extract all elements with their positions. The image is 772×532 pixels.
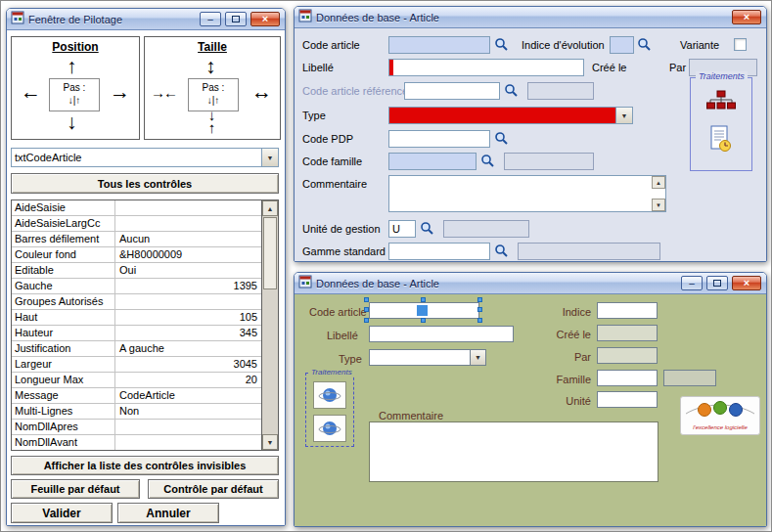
property-value[interactable] xyxy=(115,420,261,434)
selection-handle[interactable] xyxy=(477,297,482,302)
org-chart-icon[interactable] xyxy=(691,90,751,111)
unite-field[interactable] xyxy=(597,391,658,408)
libelle-field[interactable] xyxy=(369,326,514,342)
commentaire-textarea[interactable]: ▲ ▼ xyxy=(388,175,666,212)
minimize-button[interactable]: – xyxy=(200,12,221,26)
indice-lookup-button[interactable] xyxy=(636,36,653,53)
property-value[interactable] xyxy=(115,435,261,450)
scroll-up-button[interactable]: ▲ xyxy=(262,200,278,216)
type-combo[interactable]: ▼ xyxy=(369,349,486,366)
property-row[interactable]: Groupes Autorisés xyxy=(12,294,261,310)
indice-evolution-input[interactable] xyxy=(610,36,634,54)
all-controls-button[interactable]: Tous les contrôles xyxy=(11,173,279,194)
unite-lookup-button[interactable] xyxy=(419,220,435,237)
property-value[interactable] xyxy=(115,216,261,231)
move-right-arrow-icon[interactable]: → xyxy=(110,81,130,102)
commentaire-textarea[interactable] xyxy=(369,421,658,482)
default-sheet-button[interactable]: Feuille par défaut xyxy=(11,479,140,499)
property-row[interactable]: Gauche1395 xyxy=(12,279,261,294)
grow-height-arrow-icon[interactable]: ↕ xyxy=(205,56,216,76)
size-step-control[interactable]: Pas : ↓|↑ xyxy=(188,78,239,111)
property-row[interactable]: Hauteur345 xyxy=(12,326,261,341)
property-row[interactable]: Longueur Max20 xyxy=(12,373,261,388)
property-row[interactable]: AideSaisie xyxy=(12,200,261,216)
property-value[interactable]: 1395 xyxy=(115,279,261,293)
indice-field[interactable] xyxy=(597,302,658,319)
code-pdp-lookup-button[interactable] xyxy=(493,130,510,147)
close-button[interactable]: × xyxy=(732,276,761,290)
code-article-input[interactable] xyxy=(388,36,490,54)
property-row[interactable]: Multi-LignesNon xyxy=(12,404,261,420)
selection-handle[interactable] xyxy=(364,307,369,312)
property-value[interactable]: &H80000009 xyxy=(115,247,261,262)
selection-handle[interactable] xyxy=(364,318,369,323)
position-step-arrows-icon[interactable]: ↓|↑ xyxy=(50,94,99,107)
property-value[interactable]: Non xyxy=(115,404,261,419)
property-value[interactable]: 105 xyxy=(115,310,261,325)
gamme-lookup-button[interactable] xyxy=(493,243,510,259)
article-titlebar[interactable]: Données de base - Article × xyxy=(295,7,766,28)
type-combo[interactable]: ▼ xyxy=(388,107,633,124)
validate-button[interactable]: Valider xyxy=(11,503,113,523)
gamme-standard-input[interactable] xyxy=(388,243,490,260)
combo-dropdown-button[interactable]: ▼ xyxy=(470,350,485,365)
move-left-arrow-icon[interactable]: ← xyxy=(21,81,41,102)
property-value[interactable]: CodeArticle xyxy=(115,388,261,403)
property-value[interactable] xyxy=(115,200,261,215)
grow-width-arrow-icon[interactable]: ↔ xyxy=(251,81,272,102)
famille-field[interactable] xyxy=(597,370,658,386)
process-button[interactable] xyxy=(313,381,346,409)
property-value[interactable]: Aucun xyxy=(115,232,261,246)
property-row[interactable]: NomDllAvant xyxy=(12,435,261,450)
property-value[interactable]: 20 xyxy=(115,373,261,387)
maximize-button[interactable] xyxy=(706,276,728,290)
property-value[interactable]: Oui xyxy=(115,263,261,278)
shrink-width-arrow-icon[interactable]: →← xyxy=(151,85,176,100)
move-down-arrow-icon[interactable]: ↓ xyxy=(67,111,77,132)
move-up-arrow-icon[interactable]: ↑ xyxy=(67,56,77,76)
selection-handle[interactable] xyxy=(477,318,482,323)
show-invisible-controls-button[interactable]: Afficher la liste des contrôles invisibl… xyxy=(11,456,279,475)
maximize-button[interactable] xyxy=(225,12,247,26)
property-value[interactable]: 345 xyxy=(115,326,261,340)
property-value[interactable]: 3045 xyxy=(115,357,261,372)
cancel-button[interactable]: Annuler xyxy=(117,503,219,523)
scroll-down-button[interactable]: ▼ xyxy=(652,199,665,211)
property-row[interactable]: AideSaisieLargCc xyxy=(12,216,261,232)
code-article-reference-input[interactable] xyxy=(404,82,500,100)
scrollbar-thumb[interactable] xyxy=(263,217,277,289)
code-pdp-input[interactable] xyxy=(388,130,490,148)
close-button[interactable]: × xyxy=(732,10,761,24)
code-famille-input[interactable] xyxy=(388,153,477,170)
close-button[interactable]: × xyxy=(250,12,280,26)
design-titlebar[interactable]: Données de base - Article – × xyxy=(295,273,766,294)
famille-lookup-button[interactable] xyxy=(479,153,496,169)
scroll-down-button[interactable]: ▼ xyxy=(262,434,278,450)
control-selector-combo[interactable]: txtCodeArticle ▼ xyxy=(11,148,279,167)
unite-gestion-input[interactable]: U xyxy=(388,220,416,238)
libelle-input[interactable] xyxy=(388,59,584,76)
code-article-field-selected[interactable] xyxy=(369,302,479,319)
property-row[interactable]: Haut105 xyxy=(12,310,261,326)
combo-dropdown-button[interactable]: ▼ xyxy=(261,149,278,166)
position-step-control[interactable]: Pas : ↓|↑ xyxy=(49,78,100,111)
combo-dropdown-button[interactable]: ▼ xyxy=(615,108,632,123)
pilot-titlebar[interactable]: Fenêtre de Pilotage – × xyxy=(7,9,285,30)
property-row[interactable]: MessageCodeArticle xyxy=(12,388,261,404)
code-article-lookup-button[interactable] xyxy=(493,36,510,53)
selection-handle[interactable] xyxy=(477,307,482,312)
property-row[interactable]: JustificationA gauche xyxy=(12,341,261,357)
process-button[interactable] xyxy=(313,415,346,442)
property-row[interactable]: Barres défilementAucun xyxy=(12,232,261,247)
shrink-height-arrow-icon[interactable]: →← xyxy=(207,110,222,135)
selection-handle[interactable] xyxy=(421,297,426,302)
property-row[interactable]: NomDllApres xyxy=(12,420,261,435)
document-clock-icon[interactable] xyxy=(691,125,751,153)
selection-handle[interactable] xyxy=(421,318,426,323)
default-control-button[interactable]: Contrôle par défaut xyxy=(148,479,279,499)
property-value[interactable]: A gauche xyxy=(115,341,261,356)
selection-handle[interactable] xyxy=(364,297,369,302)
property-row[interactable]: Largeur3045 xyxy=(12,357,261,373)
property-grid-scrollbar[interactable]: ▲ ▼ xyxy=(261,200,278,450)
property-row[interactable]: EditableOui xyxy=(12,263,261,279)
